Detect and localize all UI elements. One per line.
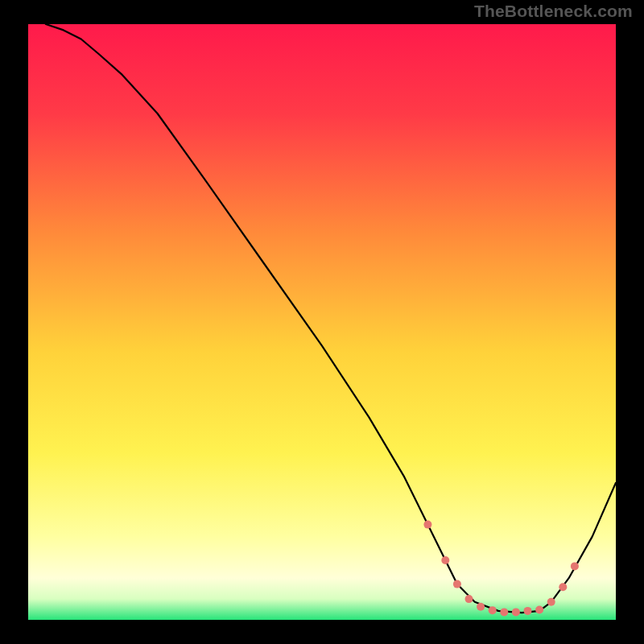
chart-frame: TheBottleneck.com	[0, 0, 644, 644]
dot-highlight-dots	[524, 607, 532, 615]
dot-highlight-dots	[500, 608, 508, 616]
dot-highlight-dots	[489, 606, 497, 614]
dot-highlight-dots	[477, 603, 485, 611]
dot-highlight-dots	[571, 562, 579, 570]
dot-highlight-dots	[441, 556, 449, 564]
dot-highlight-dots	[535, 605, 543, 613]
dot-highlight-dots	[512, 608, 520, 616]
dot-highlight-dots	[559, 583, 567, 591]
watermark-text: TheBottleneck.com	[474, 2, 633, 21]
plot-area	[28, 24, 616, 620]
dot-highlight-dots	[547, 598, 555, 606]
dot-highlight-dots	[453, 580, 461, 588]
dot-highlight-dots	[465, 595, 473, 603]
gradient-background	[28, 24, 616, 620]
dot-highlight-dots	[423, 521, 431, 529]
chart-svg	[28, 24, 616, 620]
